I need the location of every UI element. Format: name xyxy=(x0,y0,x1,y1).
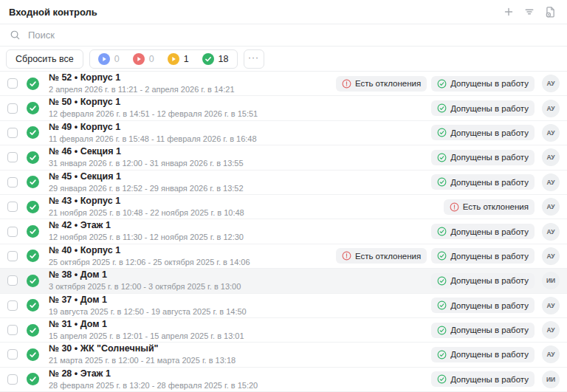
list-item[interactable]: № 45 • Секция 1 29 января 2026 г. в 12:5… xyxy=(0,171,567,195)
check-circle-icon xyxy=(437,326,447,335)
list-item[interactable]: № 46 • Секция 1 31 января 2026 г. в 12:0… xyxy=(0,145,567,170)
row-text: № 46 • Секция 1 31 января 2026 г. в 12:0… xyxy=(49,146,431,168)
row-text: № 37 • Дом 1 19 августа 2025 г. в 12:50 … xyxy=(49,295,431,317)
export-button[interactable] xyxy=(543,4,558,20)
page-title: Входной контроль xyxy=(9,7,97,18)
export-document-icon xyxy=(544,6,557,18)
row-checkbox[interactable] xyxy=(7,349,18,360)
row-badges: Допущены в работу xyxy=(431,150,535,165)
approved-badge: Допущены в работу xyxy=(431,150,535,165)
approved-badge: Допущены в работу xyxy=(431,298,535,313)
list-item[interactable]: № 49 • Корпус 1 11 февраля 2026 г. в 15:… xyxy=(0,121,567,145)
play-circle-icon xyxy=(98,53,110,65)
page-header: Входной контроль xyxy=(0,0,567,24)
badge-label: Допущены в работу xyxy=(450,128,529,137)
row-badges: Допущены в работу xyxy=(431,224,535,239)
row-dates: 19 августа 2025 г. в 12:50 - 19 августа … xyxy=(49,306,431,317)
list-item[interactable]: № 50 • Корпус 1 12 февраля 2026 г. в 14:… xyxy=(0,96,567,120)
badge-label: Есть отклонения xyxy=(463,202,529,211)
row-badges: Допущены в работу xyxy=(431,174,535,190)
row-checkbox[interactable] xyxy=(7,103,18,114)
search-icon xyxy=(10,30,21,41)
row-badges: Есть отклонения xyxy=(444,199,535,215)
row-checkbox[interactable] xyxy=(7,78,18,89)
filter-chip[interactable]: 0 xyxy=(126,53,161,65)
approved-badge: Допущены в работу xyxy=(431,371,535,387)
row-checkbox[interactable] xyxy=(7,374,18,385)
row-dates: 21 марта 2025 г. в 12:00 - 21 марта 2025… xyxy=(49,355,431,365)
row-title: № 30 • ЖК "Солнечный" xyxy=(49,343,431,354)
row-badges: Допущены в работу xyxy=(431,371,535,387)
row-badges: Допущены в работу xyxy=(431,323,535,338)
check-circle-icon xyxy=(437,227,447,236)
row-checkbox[interactable] xyxy=(7,177,18,188)
incoming-control-page: Входной контроль xyxy=(0,0,567,392)
check-circle-icon xyxy=(202,53,214,65)
row-checkbox[interactable] xyxy=(7,300,18,311)
header-actions xyxy=(501,4,558,20)
search-input[interactable] xyxy=(28,30,557,41)
avatar: АУ xyxy=(542,223,560,241)
status-check-icon xyxy=(27,324,39,337)
list-item[interactable]: № 38 • Дом 1 3 октября 2025 г. в 12:00 -… xyxy=(0,269,567,293)
list-item[interactable]: № 42 • Этаж 1 12 ноября 2025 г. в 11:30 … xyxy=(0,219,567,244)
row-text: № 28 • Этаж 1 28 февраля 2025 г. в 13:20… xyxy=(49,368,431,391)
avatar: ИИ xyxy=(542,272,560,289)
more-filters-button[interactable]: ··· xyxy=(244,49,264,69)
approved-badge: Допущены в работу xyxy=(431,174,535,190)
row-text: № 38 • Дом 1 3 октября 2025 г. в 12:00 -… xyxy=(49,269,431,292)
row-title: № 38 • Дом 1 xyxy=(49,269,431,281)
row-text: № 30 • ЖК "Солнечный" 21 марта 2025 г. в… xyxy=(49,343,431,365)
filter-chip[interactable]: 0 xyxy=(92,53,126,65)
row-dates: 12 ноября 2025 г. в 11:30 - 12 ноября 20… xyxy=(49,232,431,242)
row-checkbox[interactable] xyxy=(7,275,18,286)
list-item[interactable]: № 31 • Дом 1 15 апреля 2025 г. в 12:01 -… xyxy=(0,318,567,343)
deviations-badge: Есть отклонения xyxy=(444,199,535,215)
approved-badge: Допущены в работу xyxy=(431,273,535,289)
list-item[interactable]: № 52 • Корпус 1 2 апреля 2026 г. в 11:21… xyxy=(0,72,567,96)
alert-circle-icon xyxy=(450,202,459,212)
row-checkbox[interactable] xyxy=(7,202,18,212)
chip-count: 18 xyxy=(219,54,229,64)
list-item[interactable]: № 28 • Этаж 1 28 февраля 2025 г. в 13:20… xyxy=(0,368,567,392)
alert-circle-icon xyxy=(342,251,351,261)
row-dates: 25 октября 2025 г. в 12:06 - 25 октября … xyxy=(49,257,336,267)
row-dates: 28 февраля 2025 г. в 13:20 - 28 февраля … xyxy=(49,380,431,391)
reset-all-button[interactable]: Сбросить все xyxy=(6,49,83,69)
badge-label: Допущены в работу xyxy=(450,301,529,310)
row-text: № 31 • Дом 1 15 апреля 2025 г. в 12:01 -… xyxy=(49,319,431,341)
status-check-icon xyxy=(27,250,39,262)
check-circle-icon xyxy=(437,103,447,113)
row-checkbox[interactable] xyxy=(7,128,18,138)
row-badges: Допущены в работу xyxy=(431,347,535,362)
row-title: № 49 • Корпус 1 xyxy=(49,122,431,133)
status-check-icon xyxy=(27,78,39,90)
list-item[interactable]: № 40 • Корпус 1 25 октября 2025 г. в 12:… xyxy=(0,244,567,269)
list-item[interactable]: № 43 • Корпус 1 21 ноября 2025 г. в 10:4… xyxy=(0,195,567,219)
filter-chip[interactable]: 18 xyxy=(196,53,236,65)
status-check-icon xyxy=(27,201,39,213)
filter-button[interactable] xyxy=(522,4,537,19)
list-item[interactable]: № 37 • Дом 1 19 августа 2025 г. в 12:50 … xyxy=(0,294,567,318)
row-title: № 45 • Секция 1 xyxy=(49,171,431,182)
badge-label: Есть отклонения xyxy=(355,252,421,261)
row-checkbox[interactable] xyxy=(7,227,18,237)
row-dates: 21 ноября 2025 г. в 10:48 - 22 ноября 20… xyxy=(49,207,444,218)
row-title: № 50 • Корпус 1 xyxy=(49,97,431,108)
check-circle-icon xyxy=(437,251,447,261)
play-circle-icon xyxy=(133,53,145,65)
row-text: № 49 • Корпус 1 11 февраля 2026 г. в 15:… xyxy=(49,122,431,144)
row-checkbox[interactable] xyxy=(7,251,18,261)
list-item[interactable]: № 30 • ЖК "Солнечный" 21 марта 2025 г. в… xyxy=(0,343,567,367)
row-checkbox[interactable] xyxy=(7,325,18,335)
row-badges: Есть отклоненияДопущены в работу xyxy=(336,76,535,92)
check-circle-icon xyxy=(437,300,447,310)
row-dates: 31 января 2026 г. в 12:00 - 31 января 20… xyxy=(49,158,431,168)
add-button[interactable] xyxy=(501,4,516,19)
approved-badge: Допущены в работу xyxy=(431,100,535,116)
filter-chip[interactable]: 1 xyxy=(161,53,196,65)
row-checkbox[interactable] xyxy=(7,152,18,162)
row-dates: 3 октября 2025 г. в 12:00 - 3 октября 20… xyxy=(49,281,431,292)
badge-label: Допущены в работу xyxy=(450,252,529,261)
avatar: АУ xyxy=(542,75,560,92)
